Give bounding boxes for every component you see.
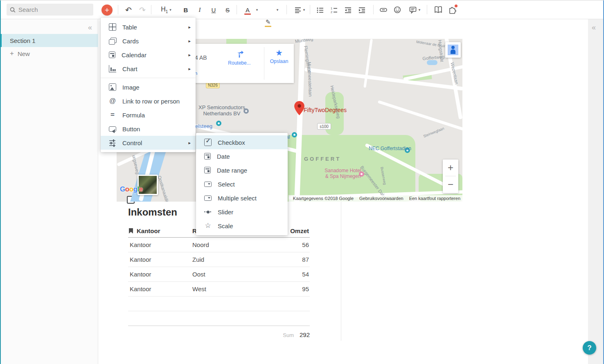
google-logo[interactable]: Google xyxy=(120,185,143,193)
panel-collapse-icon[interactable]: « xyxy=(592,23,596,32)
zoom-out-button[interactable]: − xyxy=(443,176,458,193)
numbered-list-button[interactable]: 12 xyxy=(328,4,340,16)
cell-kantoor[interactable]: Kantoor xyxy=(130,241,151,248)
numbered-list-icon: 12 xyxy=(330,6,338,14)
insert-menu-item[interactable]: Chart xyxy=(101,62,196,76)
submenu-arrow-icon xyxy=(188,25,191,30)
attribution-link[interactable]: Een kaartfout rapporteren xyxy=(409,196,460,201)
table-row[interactable]: Kantoor Zuid 87 xyxy=(128,252,310,267)
menu-item-icon xyxy=(109,111,116,119)
insert-menu-item[interactable]: Calendar xyxy=(101,48,196,62)
link-button[interactable] xyxy=(378,4,389,16)
menu-item-label: Formula xyxy=(122,112,145,119)
attribution-link[interactable]: Kaartgegevens ©2018 Google xyxy=(293,196,354,201)
outdent-button[interactable] xyxy=(342,4,354,16)
cell-omzet[interactable]: 95 xyxy=(302,285,309,292)
notification-dot xyxy=(455,4,458,7)
insert-menu-item[interactable]: Table xyxy=(101,20,196,34)
control-submenu-item[interactable]: Date xyxy=(196,149,288,163)
layout-button[interactable] xyxy=(432,4,444,16)
google-logo-letter: g xyxy=(133,185,137,193)
highlight-button[interactable]: ✎ xyxy=(263,16,273,28)
underline-button[interactable]: U xyxy=(208,4,219,16)
directions-icon xyxy=(234,48,245,59)
sidebar-collapse-icon[interactable]: « xyxy=(88,23,92,32)
control-submenu-item[interactable]: Multiple select xyxy=(196,191,288,205)
search-box[interactable] xyxy=(7,4,93,16)
google-logo-letter: e xyxy=(139,185,143,193)
menu-item-icon xyxy=(109,83,116,91)
text-color-button[interactable]: A xyxy=(242,4,253,16)
control-submenu-item[interactable]: Scale xyxy=(196,219,288,233)
control-submenu-item[interactable]: Date range xyxy=(196,163,288,177)
help-button[interactable]: ? xyxy=(583,341,596,355)
highlight-dropdown[interactable]: ▾ xyxy=(273,4,280,16)
submenu-arrow-icon xyxy=(188,52,191,58)
insert-menu-item[interactable]: Link to row or person xyxy=(101,94,196,108)
google-logo-letter: G xyxy=(120,185,125,193)
insert-menu-item[interactable]: Button xyxy=(101,122,196,136)
section-label: Section 1 xyxy=(10,37,36,44)
zoom-in-button[interactable]: + xyxy=(443,160,458,176)
sum-label[interactable]: Sum xyxy=(283,332,294,338)
table-row[interactable]: Kantoor Oost 54 xyxy=(128,267,310,282)
cell-kantoor[interactable]: Kantoor xyxy=(130,271,151,278)
control-submenu-item[interactable]: Checkbox xyxy=(196,135,288,149)
search-input[interactable] xyxy=(18,6,84,13)
attribution-link[interactable]: Gebruiksvoorwaarden xyxy=(359,196,403,201)
map-pin xyxy=(294,101,304,117)
comment-button[interactable]: ▾ xyxy=(406,4,424,16)
sidebar-item-section[interactable]: Section 1 xyxy=(0,34,98,47)
undo-button[interactable]: ↶ xyxy=(123,4,134,16)
strikethrough-button[interactable]: S xyxy=(222,4,233,16)
window-edge-left xyxy=(0,0,1,364)
italic-button[interactable]: I xyxy=(194,4,205,16)
bold-button[interactable]: B xyxy=(180,4,192,16)
cell-regio[interactable]: West xyxy=(192,285,206,292)
insert-button[interactable]: + xyxy=(101,4,113,16)
cell-kantoor[interactable]: Kantoor xyxy=(130,285,151,292)
text-color-dropdown[interactable]: ▾ xyxy=(253,4,259,16)
packs-button[interactable] xyxy=(446,4,458,16)
text-color-swatch xyxy=(244,13,251,15)
align-button[interactable]: ▾ xyxy=(291,4,308,16)
menu-item-label: Button xyxy=(122,126,140,133)
control-submenu-item[interactable]: Slider xyxy=(196,205,288,219)
insert-menu-item[interactable]: Cards xyxy=(101,34,196,48)
map-label: Oostkanaaldijk xyxy=(157,175,171,202)
indent-icon xyxy=(358,6,366,14)
cell-regio[interactable]: Oost xyxy=(192,271,205,278)
table-row[interactable] xyxy=(128,311,310,326)
redo-button[interactable]: ↷ xyxy=(137,4,148,16)
bullet-list-button[interactable] xyxy=(314,4,326,16)
google-logo-letter: o xyxy=(129,185,133,193)
save-place-button[interactable]: ★ Opslaan xyxy=(266,48,292,64)
cell-regio[interactable]: Noord xyxy=(192,241,209,248)
plus-icon: + xyxy=(10,49,14,58)
align-left-icon xyxy=(294,6,302,13)
insert-menu-item[interactable]: Formula xyxy=(101,108,196,122)
cell-omzet[interactable]: 54 xyxy=(302,271,309,278)
cell-omzet[interactable]: 56 xyxy=(302,241,309,248)
indent-button[interactable] xyxy=(356,4,367,16)
menu-item-icon xyxy=(204,194,212,202)
cell-omzet[interactable]: 87 xyxy=(302,256,309,263)
star-icon: ★ xyxy=(266,48,292,57)
directions-button[interactable]: Routebe... xyxy=(226,48,252,66)
cell-kantoor[interactable]: Kantoor xyxy=(130,256,151,263)
col-header-kantoor: Kantoor xyxy=(137,227,160,234)
insert-menu-item[interactable]: Control xyxy=(101,136,196,150)
insert-menu-item[interactable]: Image xyxy=(101,80,196,94)
emoji-button[interactable] xyxy=(392,4,403,16)
cell-regio[interactable]: Zuid xyxy=(192,256,204,263)
table-row[interactable]: Kantoor Noord 56 xyxy=(128,238,310,252)
heading-style-button[interactable]: H1 ▾ xyxy=(157,4,176,16)
sidebar-new-section-button[interactable]: + New xyxy=(0,47,98,60)
pegman-icon xyxy=(448,45,458,55)
control-submenu-item[interactable]: Select xyxy=(196,177,288,191)
street-view-pegman[interactable] xyxy=(445,42,461,58)
directions-label: Routebe... xyxy=(226,60,252,66)
table-row[interactable] xyxy=(128,297,310,311)
book-icon xyxy=(434,5,443,14)
table-row[interactable]: Kantoor West 95 xyxy=(128,282,310,297)
